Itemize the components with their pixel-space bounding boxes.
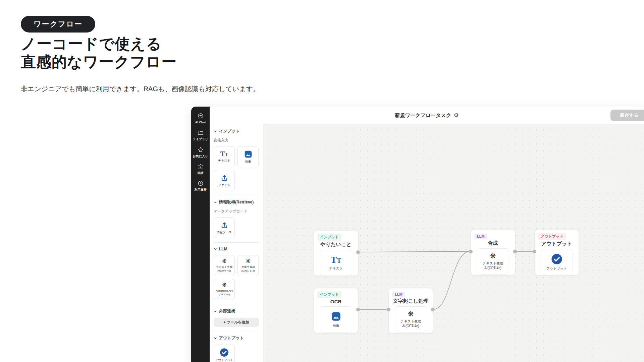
sidebar-item-stats[interactable]: 統計 bbox=[191, 163, 210, 175]
palette-section-header-llm[interactable]: LLM bbox=[214, 247, 259, 251]
openai-icon: ❋ bbox=[490, 252, 496, 259]
add-tool-button[interactable]: + ツールを追加 bbox=[214, 318, 259, 327]
chevron-down-icon bbox=[214, 337, 217, 340]
node-inner-card: 画像 bbox=[320, 306, 352, 333]
page-title-line2: 直感的なワークフロー bbox=[21, 53, 177, 70]
sidebar-item-label: AI Chat bbox=[193, 121, 209, 124]
connection-handle-right[interactable] bbox=[356, 250, 360, 254]
palette-card-assistants-api[interactable]: ❋ Assistants API(GPT-4o) bbox=[214, 279, 235, 300]
page-title-line1: ノーコードで使える bbox=[21, 35, 162, 52]
palette-card-datasource[interactable]: 情報ソース bbox=[214, 217, 235, 238]
node-title: 文字起こし処理 bbox=[391, 298, 430, 304]
app-topbar: 新規ワークフロータスク ⚙ 保存する bbox=[210, 107, 644, 124]
node-inner-card: アウトプット bbox=[541, 249, 573, 275]
check-icon bbox=[551, 253, 562, 265]
folder-icon bbox=[197, 129, 204, 136]
node-mojiokoshi[interactable]: LLM 文字起こし処理 ❋ テキスト生成AI(GPT-4o) bbox=[388, 288, 433, 333]
node-type-badge: LLM bbox=[392, 292, 405, 297]
node-yaritaikoto[interactable]: インプット やりたいこと TT テキスト bbox=[314, 231, 358, 276]
sidebar-item-label: 利用履歴 bbox=[193, 188, 209, 192]
section-sublabel: データアップロード bbox=[214, 209, 259, 214]
sidebar-item-label: お気に入り bbox=[193, 155, 209, 158]
image-icon bbox=[244, 150, 253, 159]
openai-icon: ❋ bbox=[222, 282, 226, 288]
node-ocr[interactable]: インプット OCR 画像 bbox=[314, 288, 358, 333]
openai-icon: ❋ bbox=[222, 258, 226, 264]
node-palette: インプット 直接入力 TT テキスト 画像 bbox=[210, 124, 263, 362]
text-icon: TT bbox=[331, 255, 341, 264]
palette-card-text[interactable]: TT テキスト bbox=[214, 146, 235, 167]
palette-section-llm: LLM ❋ テキスト生成AI(GPT-4o) ❋ 画像生成AI(DALL-E 3… bbox=[214, 242, 259, 300]
chevron-down-icon bbox=[214, 310, 217, 313]
save-button[interactable]: 保存する bbox=[610, 110, 644, 121]
node-output[interactable]: アウトプット アウトプット アウトプット bbox=[534, 230, 579, 275]
chat-icon bbox=[197, 113, 204, 119]
connection-handle-right[interactable] bbox=[356, 308, 360, 311]
image-icon bbox=[331, 311, 341, 322]
section-label: アウトプット bbox=[219, 335, 244, 341]
upload-icon bbox=[220, 174, 228, 182]
palette-section-header-input[interactable]: インプット bbox=[214, 128, 259, 134]
node-title: アウトプット bbox=[537, 241, 576, 247]
palette-card-image[interactable]: 画像 bbox=[237, 146, 259, 167]
workflow-canvas[interactable]: インプット やりたいこと TT テキスト インプット OCR 画像 bbox=[263, 124, 644, 362]
node-inner-card: TT テキスト bbox=[320, 250, 352, 276]
workflow-badge: ワークフロー bbox=[21, 16, 95, 33]
node-type-badge: インプット bbox=[317, 291, 341, 298]
section-label: インプット bbox=[219, 128, 239, 134]
chevron-down-icon bbox=[214, 247, 217, 251]
connection-handle-left[interactable] bbox=[387, 308, 390, 311]
node-type-badge: インプット bbox=[317, 234, 341, 241]
app-sidebar: AI Chat ライブラリ お気に入り 統計 利用履歴 bbox=[191, 107, 210, 362]
upload-icon bbox=[220, 221, 228, 229]
gear-icon[interactable]: ⚙ bbox=[454, 113, 459, 118]
palette-card-text-gen[interactable]: ❋ テキスト生成AI(GPT-4o) bbox=[214, 255, 235, 276]
history-clock-icon bbox=[197, 180, 204, 187]
connection-handle-right[interactable] bbox=[513, 250, 517, 253]
node-inner-card: ❋ テキスト生成AI(GPT-4o) bbox=[477, 248, 509, 275]
node-gosei[interactable]: LLM 合成 ❋ テキスト生成AI(GPT-4o) bbox=[471, 230, 515, 275]
palette-section-output: アウトプット アウトプット bbox=[214, 331, 259, 362]
palette-section-input: インプット 直接入力 TT テキスト 画像 bbox=[214, 128, 259, 191]
palette-section-retrieve: 情報取得(Retrieve) データアップロード 情報ソース bbox=[214, 195, 259, 238]
sidebar-item-label: 統計 bbox=[193, 171, 209, 175]
sidebar-item-label: ライブラリ bbox=[193, 137, 209, 141]
star-icon bbox=[197, 146, 204, 153]
palette-card-output[interactable]: アウトプット bbox=[214, 345, 235, 362]
edge-mojiokoshi-to-gosei bbox=[433, 251, 470, 309]
palette-section-header-output[interactable]: アウトプット bbox=[214, 335, 259, 341]
sidebar-item-favorites[interactable]: お気に入り bbox=[191, 146, 210, 158]
workflow-app-window: AI Chat ライブラリ お気に入り 統計 利用履歴 新規ワークフロータスク … bbox=[191, 107, 644, 362]
node-title: やりたいこと bbox=[317, 241, 355, 248]
edge-yaritaikoto-to-gosei bbox=[359, 251, 470, 252]
app-main: 新規ワークフロータスク ⚙ 保存する インプット 直接入力 TT テキスト bbox=[210, 107, 644, 362]
palette-section-header-external[interactable]: 外部連携 bbox=[214, 308, 259, 314]
check-icon bbox=[220, 348, 229, 357]
openai-icon: ❋ bbox=[408, 310, 414, 317]
page-subtitle: 非エンジニアでも簡単に利用できます。RAGも、画像認識も対応しています。 bbox=[21, 84, 260, 94]
palette-card-file[interactable]: ファイル bbox=[214, 170, 235, 191]
sidebar-item-ai-chat[interactable]: AI Chat bbox=[191, 113, 210, 124]
section-label: LLM bbox=[219, 247, 227, 251]
stats-bank-icon bbox=[197, 163, 204, 170]
connection-handle-left[interactable] bbox=[469, 250, 473, 253]
section-label: 情報取得(Retrieve) bbox=[219, 199, 254, 205]
page-title: ノーコードで使える直感的なワークフロー bbox=[21, 35, 177, 71]
openai-icon: ❋ bbox=[246, 258, 250, 264]
node-title: 合成 bbox=[474, 240, 512, 246]
palette-card-image-gen[interactable]: ❋ 画像生成AI(DALL-E 3) bbox=[237, 255, 259, 276]
node-type-badge: LLM bbox=[474, 234, 487, 239]
palette-section-header-retrieve[interactable]: 情報取得(Retrieve) bbox=[214, 199, 259, 205]
node-type-badge: アウトプット bbox=[538, 233, 566, 240]
text-icon: TT bbox=[220, 150, 228, 158]
section-label: 外部連携 bbox=[219, 308, 235, 314]
connection-handle-left[interactable] bbox=[533, 250, 536, 253]
chevron-down-icon bbox=[214, 201, 217, 204]
sidebar-item-library[interactable]: ライブラリ bbox=[191, 129, 210, 141]
node-inner-card: ❋ テキスト生成AI(GPT-4o) bbox=[395, 306, 427, 333]
sidebar-item-history[interactable]: 利用履歴 bbox=[191, 180, 210, 192]
connection-handle-right[interactable] bbox=[431, 308, 435, 311]
workflow-task-title: 新規ワークフロータスク bbox=[395, 112, 451, 119]
chevron-down-icon bbox=[214, 130, 217, 133]
app-content: インプット 直接入力 TT テキスト 画像 bbox=[210, 124, 644, 362]
